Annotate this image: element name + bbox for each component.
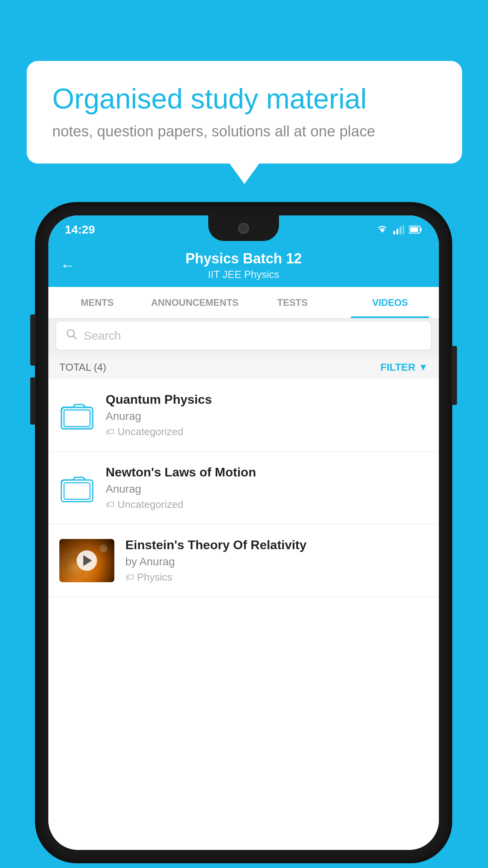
tab-announcements[interactable]: ANNOUNCEMENTS bbox=[146, 287, 244, 318]
search-input[interactable]: Search bbox=[84, 329, 121, 342]
tab-tests[interactable]: TESTS bbox=[244, 287, 341, 318]
video-list: Quantum Physics Anurag 🏷 Uncategorized bbox=[48, 379, 439, 850]
search-icon bbox=[66, 328, 77, 343]
header-subtitle: IIT JEE Physics bbox=[208, 268, 279, 281]
bubble-title: Organised study material bbox=[52, 83, 437, 115]
tag-icon: 🏷 bbox=[106, 427, 114, 437]
tab-assignments[interactable]: MENTS bbox=[48, 287, 146, 318]
tab-bar: MENTS ANNOUNCEMENTS TESTS VIDEOS bbox=[48, 287, 439, 318]
folder-icon bbox=[59, 397, 95, 433]
speech-bubble-wrapper: Organised study material notes, question… bbox=[27, 61, 462, 164]
app-header: ← Physics Batch 12 IIT JEE Physics bbox=[48, 244, 439, 287]
svg-marker-0 bbox=[380, 230, 385, 233]
search-bar[interactable]: Search bbox=[56, 322, 431, 350]
svg-rect-3 bbox=[400, 226, 402, 234]
video-info: Newton's Laws of Motion Anurag 🏷 Uncateg… bbox=[106, 465, 428, 511]
signal-icon bbox=[393, 225, 404, 234]
svg-line-9 bbox=[73, 336, 76, 339]
svg-rect-13 bbox=[64, 483, 90, 499]
list-item[interactable]: Quantum Physics Anurag 🏷 Uncategorized bbox=[48, 379, 439, 452]
phone-outer: 14:29 bbox=[37, 204, 450, 861]
video-author: Anurag bbox=[106, 483, 428, 495]
phone-screen: 14:29 bbox=[48, 215, 439, 850]
bubble-subtitle: notes, question papers, solutions all at… bbox=[52, 123, 437, 140]
svg-rect-12 bbox=[64, 410, 90, 427]
tag-icon: 🏷 bbox=[106, 500, 114, 510]
power-button bbox=[451, 346, 457, 405]
play-icon bbox=[83, 555, 92, 566]
battery-icon bbox=[409, 225, 422, 234]
status-time: 14:29 bbox=[65, 223, 95, 236]
filter-bar: TOTAL (4) FILTER ▼ bbox=[48, 355, 439, 379]
list-item[interactable]: Einstein's Theory Of Relativity by Anura… bbox=[48, 524, 439, 597]
wifi-icon bbox=[376, 225, 389, 234]
folder-thumbnail bbox=[59, 470, 95, 506]
phone-mockup: 14:29 bbox=[37, 204, 450, 861]
list-item[interactable]: Newton's Laws of Motion Anurag 🏷 Uncateg… bbox=[48, 452, 439, 524]
header-title: Physics Batch 12 bbox=[185, 250, 302, 267]
status-icons bbox=[376, 225, 422, 234]
play-button[interactable] bbox=[77, 550, 97, 571]
front-camera bbox=[238, 223, 249, 234]
svg-rect-1 bbox=[393, 231, 395, 234]
video-info: Einstein's Theory Of Relativity by Anura… bbox=[125, 538, 428, 583]
video-thumbnail bbox=[59, 539, 114, 582]
video-author: Anurag bbox=[106, 410, 428, 423]
folder-thumbnail bbox=[59, 397, 95, 433]
svg-rect-7 bbox=[410, 227, 418, 232]
phone-notch bbox=[208, 215, 279, 241]
speech-bubble: Organised study material notes, question… bbox=[27, 61, 462, 164]
video-tag: 🏷 Uncategorized bbox=[106, 498, 428, 511]
filter-button[interactable]: FILTER ▼ bbox=[380, 361, 428, 373]
svg-rect-6 bbox=[420, 228, 422, 231]
video-author: by Anurag bbox=[125, 555, 428, 568]
volume-button bbox=[30, 377, 36, 425]
tag-icon: 🏷 bbox=[125, 572, 134, 583]
tab-videos[interactable]: VIDEOS bbox=[341, 287, 439, 318]
svg-rect-4 bbox=[403, 225, 404, 234]
back-button[interactable]: ← bbox=[60, 257, 75, 274]
video-title: Newton's Laws of Motion bbox=[106, 465, 428, 480]
video-tag: 🏷 Uncategorized bbox=[106, 426, 428, 438]
svg-rect-2 bbox=[396, 229, 398, 234]
video-title: Einstein's Theory Of Relativity bbox=[125, 538, 428, 552]
video-tag: 🏷 Physics bbox=[125, 571, 428, 583]
filter-icon: ▼ bbox=[418, 362, 428, 373]
total-count: TOTAL (4) bbox=[59, 361, 106, 373]
folder-icon bbox=[59, 470, 95, 506]
video-info: Quantum Physics Anurag 🏷 Uncategorized bbox=[106, 392, 428, 438]
video-title: Quantum Physics bbox=[106, 392, 428, 407]
